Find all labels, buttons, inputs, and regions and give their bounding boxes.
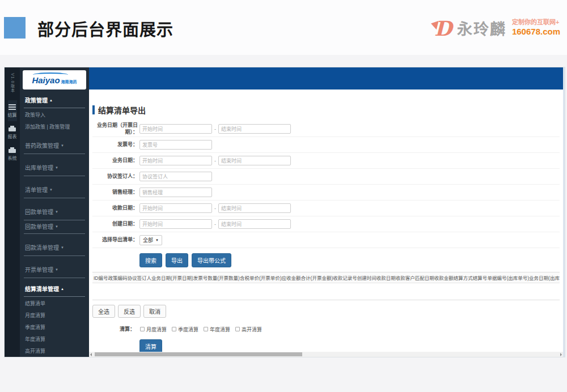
rail-reports[interactable]: 报表 <box>8 121 17 143</box>
chevron-down-icon: ▼ <box>49 188 53 191</box>
select-all-button[interactable]: 全选 <box>92 305 115 318</box>
column-header: 结算号 <box>473 274 488 281</box>
sidebar-item-invoice-order-management[interactable]: 开票单管理▼ <box>24 263 85 278</box>
form-row-business-date-invoice: 业务日期（开票日期）：- <box>92 121 560 137</box>
sidebar-item-label: 月度清算 <box>25 313 45 318</box>
sidebar-item-high-open-settlement[interactable]: 高开清算 <box>20 344 89 356</box>
column-header: ID编号 <box>94 274 108 281</box>
form-row-business-date: 业务日期：- <box>92 153 560 169</box>
haiyao-arc-icon <box>33 73 68 77</box>
column-header: 收款日期 <box>376 274 396 281</box>
sidebar-item-payment-list-management[interactable]: 回款清单管理▼ <box>24 241 85 256</box>
sidebar-item-label: 回款单管理 <box>25 209 53 215</box>
sidebar-item-label: 出库单管理 <box>25 165 53 171</box>
business-date-invoice-end-input[interactable] <box>218 124 291 134</box>
quarterly-settle-checkbox[interactable]: 季度清算 <box>172 326 198 333</box>
export-with-formula-button[interactable]: 导出带公式 <box>192 253 231 267</box>
column-header: 政策编码 <box>108 274 128 281</box>
invoice-no-label: 发票号： <box>92 142 138 148</box>
business-date-invoice-label: 业务日期（开票日期）： <box>92 122 138 135</box>
brand-mark-letter: D <box>434 18 452 39</box>
range-separator: - <box>214 221 216 227</box>
content: 结算清单导出 业务日期（开票日期）：-发票号：业务日期：-协议签订人：销售经理：… <box>89 104 563 353</box>
export-list-select[interactable]: 全部▼ <box>139 235 162 245</box>
haiyao-logo-subtext: 海南海药 <box>61 80 77 84</box>
chevron-down-icon: ▼ <box>155 238 159 242</box>
sidebar-item-label: 开票单管理 <box>25 267 53 273</box>
horizontal-scrollbar[interactable] <box>89 352 563 357</box>
sidebar-item-generic-policy-management[interactable]: 普药政策管理▼ <box>24 139 85 154</box>
sidebar-item-label: 结算清单 <box>25 301 45 306</box>
brand-logo: D 永玲麟 定制你的互联网+ 160678.com <box>429 17 560 39</box>
sidebar-item-outbound-order-management[interactable]: 出库单管理▼ <box>24 161 85 176</box>
export-button[interactable]: 导出 <box>166 253 188 267</box>
column-header: 协议签订人 <box>128 274 152 281</box>
agreement-signer-input[interactable] <box>139 172 212 181</box>
title-accent-bar <box>92 105 95 114</box>
create-date-end-input[interactable] <box>218 219 291 229</box>
sidebar-item-payment-order-management-2[interactable]: 回款单管理▼ <box>24 221 85 234</box>
sidebar-item-settlement-list[interactable]: 结算清单 <box>20 297 89 309</box>
payment-date-start-input[interactable] <box>139 203 212 213</box>
chevron-down-icon: ▼ <box>61 144 64 147</box>
business-date-invoice-start-input[interactable] <box>139 124 212 134</box>
business-date-label: 业务日期： <box>92 157 138 164</box>
monthly-settle-checkbox[interactable]: 月度清算 <box>140 326 167 333</box>
scroll-right-arrow-icon[interactable] <box>560 353 562 356</box>
rail-items: 结算报表系统 <box>8 100 17 164</box>
sidebar-item-annual-settlement[interactable]: 年度清算 <box>20 333 89 344</box>
search-button[interactable]: 搜索 <box>139 253 162 267</box>
checkbox-icon[interactable] <box>204 327 208 331</box>
rail-system[interactable]: 系统 <box>8 143 17 164</box>
printer-icon <box>9 149 16 153</box>
sidebar-item-payment-order-management[interactable]: 回款单管理▼ <box>24 206 85 220</box>
range-separator: - <box>214 206 216 211</box>
scrollbar-thumb[interactable] <box>95 352 302 356</box>
chevron-down-icon: ▼ <box>61 246 64 249</box>
rail-reports-label: 报表 <box>8 133 17 139</box>
payment-date-label: 收款日期： <box>92 205 138 212</box>
printer-icon <box>9 127 16 131</box>
sidebar-item-add-policy[interactable]: 添加政策 | 政策管理 <box>20 120 89 132</box>
sidebar-item-monthly-settlement[interactable]: 月度清算 <box>20 309 89 321</box>
rail-settlement-label: 结算 <box>8 112 17 118</box>
version-label: V1.0版本 <box>10 73 15 92</box>
checkbox-icon[interactable] <box>235 327 240 331</box>
brand-tagline: 定制你的互联网+ <box>512 19 560 27</box>
haiyao-logo: Haiyao海南海药 <box>23 70 86 90</box>
invert-selection-button[interactable]: 反选 <box>118 305 141 318</box>
export-list-select-value: 全部 <box>143 236 153 244</box>
sidebar-item-settlement-list-management[interactable]: 结算清单管理▲ <box>24 283 85 297</box>
invoice-no-input[interactable] <box>139 140 212 150</box>
export-list-label: 选择导出清单： <box>92 237 138 244</box>
sidebar-item-policy-management[interactable]: 政策管理▲ <box>24 94 85 108</box>
export-form: 业务日期（开票日期）：-发票号：业务日期：-协议签订人：销售经理：收款日期：-创… <box>92 121 560 248</box>
annual-settle-checkbox[interactable]: 年度清算 <box>204 326 230 333</box>
form-row-invoice-no: 发票号： <box>92 137 560 153</box>
business-date-start-input[interactable] <box>139 156 212 165</box>
cancel-button[interactable]: 取消 <box>143 305 166 318</box>
sidebar-item-list-management[interactable]: 清单管理▼ <box>24 184 85 198</box>
sidebar-item-policy-import[interactable]: 政策导入 <box>20 108 89 120</box>
checkbox-icon[interactable] <box>140 327 145 331</box>
annual-settle-checkbox-label: 年度清算 <box>210 326 230 333</box>
brand-domain: 160678.com <box>512 27 560 37</box>
rail-settlement[interactable]: 结算 <box>8 100 17 121</box>
chevron-up-icon: ▲ <box>49 99 53 102</box>
business-date-end-input[interactable] <box>218 156 291 165</box>
create-date-start-input[interactable] <box>139 219 212 229</box>
sales-manager-input[interactable] <box>139 188 212 197</box>
scroll-left-arrow-icon[interactable] <box>90 353 92 356</box>
chevron-down-icon: ▼ <box>55 210 58 214</box>
high-open-settle-checkbox[interactable]: 高开清算 <box>235 326 262 333</box>
payment-date-end-input[interactable] <box>218 203 291 213</box>
form-row-agreement-signer: 协议签订人： <box>92 169 560 185</box>
agreement-signer-label: 协议签订人： <box>92 173 138 180</box>
chevron-down-icon: ▼ <box>55 268 58 271</box>
sidebar-item-semiannual-settlement[interactable]: 半年度清算 <box>20 356 89 357</box>
sidebar-item-quarterly-settlement[interactable]: 季度清算 <box>20 321 89 333</box>
quarterly-settle-checkbox-label: 季度清算 <box>178 326 198 333</box>
admin-screenshot: V1.0版本 结算报表系统 Haiyao海南海药 政策管理▲政策导入添加政策 |… <box>5 67 565 357</box>
checkbox-icon[interactable] <box>172 327 176 331</box>
sidebar-item-label: 清单管理 <box>25 187 48 193</box>
